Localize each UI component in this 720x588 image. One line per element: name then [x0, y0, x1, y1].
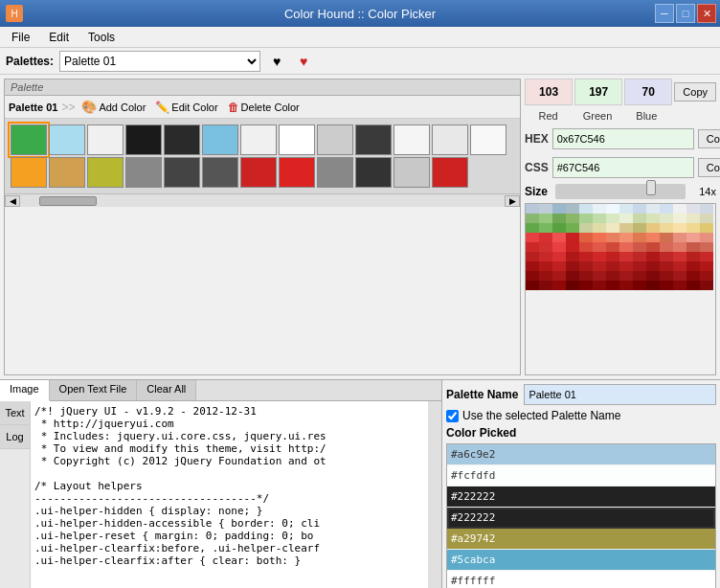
menu-file[interactable]: File — [4, 29, 37, 46]
svg-rect-29 — [526, 223, 539, 233]
color-swatch-18[interactable] — [202, 157, 238, 188]
svg-rect-48 — [593, 233, 606, 242]
delete-color-label: Delete Color — [241, 102, 300, 113]
color-swatch-0[interactable] — [11, 124, 47, 155]
palette-name-input[interactable] — [524, 384, 716, 405]
css-input[interactable] — [552, 157, 694, 178]
svg-rect-41 — [686, 223, 700, 233]
color-swatch-6[interactable] — [240, 124, 277, 155]
color-swatch-5[interactable] — [202, 124, 238, 155]
svg-rect-65 — [633, 242, 646, 252]
palettes-row: Palettes: Palette 01 ♥ ♥ — [0, 48, 720, 75]
color-swatch-3[interactable] — [125, 124, 162, 155]
color-swatch-14[interactable] — [49, 157, 85, 188]
svg-rect-79 — [633, 252, 646, 261]
palette-panel: Palette Palette 01 >> 🎨 Add Color ✏️ Edi… — [4, 79, 521, 375]
svg-rect-99 — [526, 271, 539, 281]
text-editor[interactable] — [31, 401, 441, 588]
color-swatch-4[interactable] — [164, 124, 200, 155]
svg-rect-88 — [566, 261, 579, 271]
svg-rect-28 — [700, 214, 713, 223]
svg-rect-50 — [619, 233, 633, 242]
side-tab-log[interactable]: Log — [0, 425, 30, 449]
svg-rect-5 — [579, 204, 593, 214]
palette-name-row: Palette Name — [446, 384, 716, 405]
color-swatch-24[interactable] — [432, 157, 468, 188]
svg-rect-93 — [633, 261, 646, 271]
svg-rect-107 — [633, 271, 646, 281]
minimize-button[interactable]: ─ — [655, 4, 674, 23]
copy-rgb-button[interactable]: Copy — [674, 82, 716, 102]
tab-image[interactable]: Image — [0, 380, 50, 401]
color-swatch-19[interactable] — [240, 157, 277, 188]
main-area: Palette Palette 01 >> 🎨 Add Color ✏️ Edi… — [0, 75, 720, 379]
color-list-item-3[interactable]: #222222 — [447, 508, 715, 529]
color-swatch-8[interactable] — [317, 124, 353, 155]
add-color-button[interactable]: 🎨 Add Color — [79, 99, 148, 115]
svg-rect-18 — [566, 214, 579, 223]
color-grid — [5, 119, 520, 193]
svg-rect-10 — [646, 204, 660, 214]
svg-rect-33 — [579, 223, 593, 233]
size-slider-thumb[interactable] — [646, 180, 656, 195]
svg-rect-110 — [673, 271, 686, 281]
svg-rect-126 — [700, 281, 713, 290]
color-list-item-5[interactable]: #5cabca — [447, 550, 715, 571]
right-bottom: Palette Name Use the selected Palette Na… — [442, 380, 720, 588]
svg-rect-81 — [660, 252, 673, 261]
color-swatch-9[interactable] — [355, 124, 392, 155]
color-list-item-2[interactable]: #222222 — [447, 486, 715, 508]
side-tab-text[interactable]: Text — [0, 401, 30, 425]
svg-rect-120 — [619, 281, 633, 290]
color-list-item-4[interactable]: #a29742 — [447, 529, 715, 550]
css-row: CSS Copy — [525, 155, 716, 180]
horizontal-scrollbar[interactable]: ◀ ▶ — [5, 193, 520, 207]
svg-rect-111 — [686, 271, 700, 281]
hex-input[interactable] — [552, 128, 694, 149]
menu-tools[interactable]: Tools — [80, 29, 123, 46]
svg-rect-108 — [646, 271, 660, 281]
color-swatch-23[interactable] — [394, 157, 430, 188]
color-swatch-20[interactable] — [279, 157, 315, 188]
color-list-item-6[interactable]: #ffffff — [447, 571, 715, 588]
scroll-right-btn[interactable]: ▶ — [505, 195, 520, 207]
edit-color-button[interactable]: ✏️ Edit Color — [152, 100, 220, 115]
color-swatch-22[interactable] — [355, 157, 392, 188]
svg-rect-115 — [552, 281, 566, 290]
color-swatch-7[interactable] — [279, 124, 315, 155]
copy-css-button[interactable]: Copy — [698, 158, 720, 177]
color-swatch-16[interactable] — [125, 157, 162, 188]
color-list-item-1[interactable]: #fcfdfd — [447, 465, 715, 486]
color-list-item-0[interactable]: #a6c9e2 — [447, 444, 715, 465]
color-swatch-21[interactable] — [317, 157, 353, 188]
svg-rect-72 — [539, 252, 552, 261]
color-swatch-1[interactable] — [49, 124, 85, 155]
window-controls: ─ □ ✕ — [655, 4, 716, 23]
scroll-left-btn[interactable]: ◀ — [5, 195, 20, 207]
delete-color-button[interactable]: 🗑 Delete Color — [225, 100, 303, 115]
palette-heart-btn-1[interactable]: ♥ — [266, 52, 287, 71]
maximize-button[interactable]: □ — [676, 4, 695, 23]
color-swatch-11[interactable] — [432, 124, 468, 155]
palettes-select[interactable]: Palette 01 — [59, 51, 260, 72]
rgb-row: 103 197 70 Copy — [525, 79, 716, 105]
palette-panel-title: Palette — [5, 79, 520, 96]
color-swatch-10[interactable] — [394, 124, 430, 155]
svg-rect-55 — [686, 233, 700, 242]
color-swatch-17[interactable] — [164, 157, 200, 188]
menu-edit[interactable]: Edit — [41, 29, 77, 46]
color-swatch-12[interactable] — [470, 124, 506, 155]
svg-rect-19 — [579, 214, 593, 223]
tab-open-text[interactable]: Open Text File — [50, 380, 138, 400]
close-button[interactable]: ✕ — [697, 4, 716, 23]
color-swatch-15[interactable] — [87, 157, 124, 188]
color-swatch-13[interactable] — [11, 157, 47, 188]
use-palette-name-checkbox[interactable] — [446, 410, 459, 422]
svg-rect-15 — [526, 214, 539, 223]
svg-rect-98 — [700, 261, 713, 271]
color-swatch-2[interactable] — [87, 124, 124, 155]
copy-hex-button[interactable]: Copy — [698, 129, 720, 148]
palette-heart-btn-2[interactable]: ♥ — [293, 52, 314, 71]
svg-rect-53 — [660, 233, 673, 242]
tab-clear-all[interactable]: Clear All — [137, 380, 196, 400]
